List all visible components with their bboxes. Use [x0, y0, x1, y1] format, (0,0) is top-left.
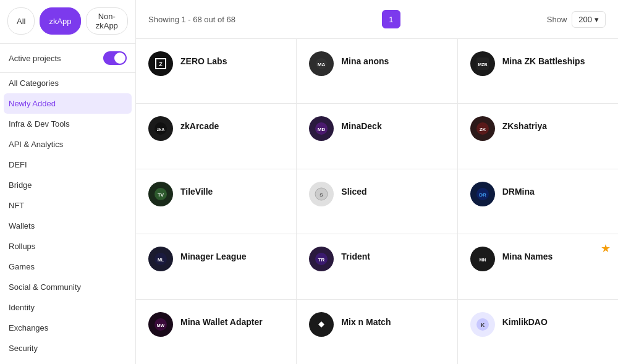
card-name-mix-n-match: Mix n Match — [341, 317, 391, 327]
sidebar-item-identity[interactable]: Identity — [0, 297, 135, 318]
sidebar-item-bridge[interactable]: Bridge — [0, 175, 135, 195]
card-icon-sliced: S — [309, 182, 334, 206]
chevron-down-icon: ▾ — [595, 15, 599, 24]
card-name-zkshatriya: ZKshatriya — [502, 121, 547, 131]
show-row: Show 200 ▾ — [547, 11, 606, 28]
svg-text:DR: DR — [479, 192, 486, 198]
sidebar-item-all-categories[interactable]: All Categories — [0, 73, 135, 93]
card-minager-league[interactable]: MLMinager League — [136, 234, 296, 298]
svg-text:zkA: zkA — [157, 127, 164, 132]
tab-zkapp[interactable]: zkApp — [40, 7, 80, 35]
active-projects-label: Active projects — [9, 54, 61, 63]
page-1-button[interactable]: 1 — [382, 10, 400, 28]
categories-list: All CategoriesNewly AddedInfra & Dev Too… — [0, 73, 135, 358]
sidebar: AllzkAppNon-zkApp Active projects All Ca… — [0, 0, 136, 364]
card-name-mina-zk-battleships: Mina ZK Battleships — [502, 56, 585, 66]
sidebar-item-wallets[interactable]: Wallets — [0, 216, 135, 236]
sidebar-item-games[interactable]: Games — [0, 256, 135, 277]
active-projects-toggle[interactable] — [103, 51, 127, 65]
sidebar-item-rollups[interactable]: Rollups — [0, 236, 135, 256]
card-mina-zk-battleships[interactable]: MZBMina ZK Battleships — [458, 39, 618, 103]
card-icon-zkshatriya: ZK — [470, 116, 495, 141]
card-name-tileville: TileVille — [180, 187, 213, 197]
card-tileville[interactable]: TVTileVille — [136, 169, 296, 234]
card-mina-wallet-adapter[interactable]: MWMina Wallet Adapter — [136, 300, 296, 364]
card-mina-anons[interactable]: MAMina anons — [297, 39, 457, 103]
card-drmina[interactable]: DRDRMina — [458, 169, 618, 234]
show-label: Show — [547, 15, 567, 24]
card-zero-labs[interactable]: ZZERO Labs — [136, 39, 296, 103]
main-content: Showing 1 - 68 out of 68 1 Show 200 ▾ ZZ… — [136, 0, 618, 364]
card-name-minadeck: MinaDeck — [341, 121, 381, 131]
card-name-zkarcade: zkArcade — [180, 121, 219, 131]
card-icon-mina-anons: MA — [309, 51, 334, 76]
svg-text:S: S — [320, 192, 324, 198]
card-icon-mina-names: MN — [470, 247, 495, 271]
card-name-trident: Trident — [341, 252, 370, 261]
card-icon-zkarcade: zkA — [148, 116, 173, 141]
showing-text: Showing 1 - 68 out of 68 — [148, 15, 235, 24]
svg-text:Z: Z — [159, 61, 163, 67]
svg-text:MN: MN — [479, 258, 486, 262]
card-mix-n-match[interactable]: Mix n Match — [297, 300, 457, 364]
pagination: 1 — [382, 10, 400, 28]
card-mina-names[interactable]: MNMina Names★ — [458, 234, 618, 298]
card-icon-kimlikdao: K — [470, 312, 495, 337]
card-icon-tileville: TV — [148, 182, 173, 206]
svg-text:TR: TR — [318, 257, 325, 263]
tab-group: AllzkAppNon-zkApp — [0, 7, 135, 44]
card-zkarcade[interactable]: zkAzkArcade — [136, 104, 296, 168]
svg-text:MA: MA — [318, 62, 326, 67]
cards-grid: ZZERO LabsMAMina anonsMZBMina ZK Battles… — [136, 39, 618, 364]
card-name-sliced: Sliced — [341, 187, 366, 197]
card-name-kimlikdao: KimlikDAO — [502, 317, 548, 327]
sidebar-item-nft[interactable]: NFT — [0, 195, 135, 216]
star-icon-mina-names[interactable]: ★ — [601, 242, 611, 255]
card-icon-mina-wallet-adapter: MW — [148, 312, 173, 337]
card-name-zero-labs: ZERO Labs — [180, 56, 227, 66]
card-zkshatriya[interactable]: ZKZKshatriya — [458, 104, 618, 168]
svg-text:K: K — [480, 322, 485, 328]
svg-text:ZK: ZK — [479, 127, 486, 132]
card-icon-mix-n-match — [309, 312, 334, 337]
card-name-drmina: DRMina — [502, 187, 535, 197]
card-name-minager-league: Minager League — [180, 252, 247, 261]
card-icon-drmina: DR — [470, 182, 495, 206]
card-kimlikdao[interactable]: KKimlikDAO — [458, 300, 618, 364]
card-name-mina-anons: Mina anons — [341, 56, 389, 66]
svg-text:MD: MD — [318, 127, 326, 132]
card-trident[interactable]: TRTrident — [297, 234, 457, 298]
tab-non-zkapp[interactable]: Non-zkApp — [86, 7, 128, 35]
sidebar-item-security[interactable]: Security — [0, 338, 135, 358]
svg-text:MZB: MZB — [478, 62, 487, 67]
sidebar-item-defi[interactable]: DEFI — [0, 154, 135, 175]
sidebar-item-social---community[interactable]: Social & Community — [0, 277, 135, 297]
card-name-mina-names: Mina Names — [502, 252, 553, 261]
tab-all[interactable]: All — [7, 7, 35, 35]
svg-text:TV: TV — [158, 192, 164, 198]
card-name-mina-wallet-adapter: Mina Wallet Adapter — [180, 317, 263, 327]
sidebar-item-api---analytics[interactable]: API & Analytics — [0, 134, 135, 154]
sidebar-item-exchanges[interactable]: Exchanges — [0, 318, 135, 338]
card-icon-minadeck: MD — [309, 116, 334, 141]
card-sliced[interactable]: SSliced — [297, 169, 457, 234]
show-select[interactable]: 200 ▾ — [572, 11, 606, 28]
svg-text:ML: ML — [158, 258, 164, 262]
sidebar-item-newly-added[interactable]: Newly Added — [4, 93, 132, 114]
active-projects-row: Active projects — [0, 44, 135, 73]
main-header: Showing 1 - 68 out of 68 1 Show 200 ▾ — [136, 0, 618, 39]
card-icon-minager-league: ML — [148, 247, 173, 271]
svg-text:MW: MW — [157, 323, 165, 328]
card-minadeck[interactable]: MDMinaDeck — [297, 104, 457, 168]
card-icon-trident: TR — [309, 247, 334, 271]
card-icon-zero-labs: Z — [148, 51, 173, 76]
show-value: 200 — [578, 15, 592, 24]
sidebar-item-infra---dev-tools[interactable]: Infra & Dev Tools — [0, 114, 135, 134]
card-icon-mina-zk-battleships: MZB — [470, 51, 495, 76]
